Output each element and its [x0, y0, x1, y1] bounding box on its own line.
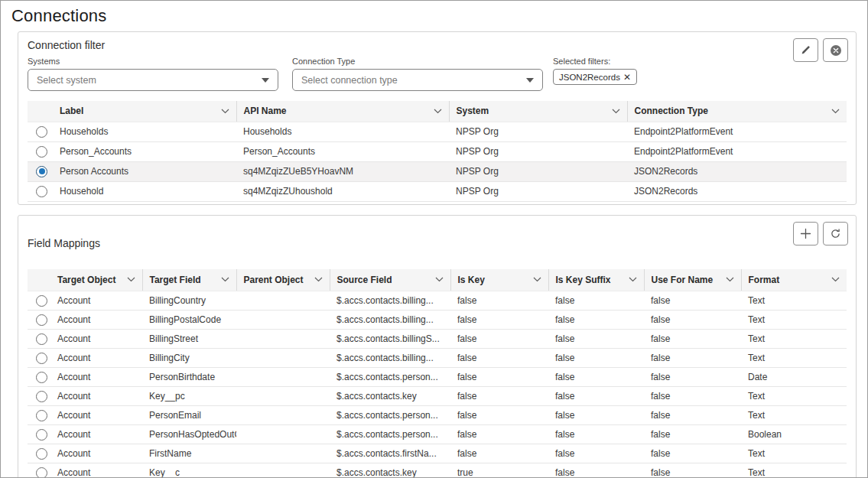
cell-is-key: false	[450, 406, 548, 425]
refresh-mappings-button[interactable]	[823, 222, 848, 246]
cell-is-key-suffix: false	[548, 349, 644, 368]
column-header-api-name[interactable]: API Name	[236, 101, 449, 122]
table-row[interactable]: Account PersonEmail $.accs.contacts.pers…	[28, 406, 847, 425]
systems-label: Systems	[28, 57, 278, 66]
table-row[interactable]: Person_Accounts Person_Accounts NPSP Org…	[28, 141, 847, 161]
row-radio-button[interactable]	[36, 391, 47, 402]
filter-card-actions	[793, 38, 848, 62]
chevron-down-icon[interactable]	[435, 277, 444, 282]
column-header-format[interactable]: Format	[741, 269, 847, 291]
cell-label: Households	[53, 122, 236, 141]
chevron-down-icon[interactable]	[314, 277, 323, 282]
connection-type-field: Connection Type Select connection type	[292, 57, 543, 91]
cell-target-field: BillingStreet	[142, 330, 236, 349]
table-row[interactable]: Households Households NPSP Org Endpoint2…	[28, 122, 847, 141]
connection-type-combobox[interactable]: Select connection type	[292, 69, 543, 91]
cell-source-field: $.accs.contacts.key	[330, 387, 450, 406]
column-header-is-key-suffix[interactable]: Is Key Suffix	[548, 269, 644, 291]
column-header-target-object[interactable]: Target Object	[50, 269, 142, 291]
edit-filter-button[interactable]	[793, 38, 818, 62]
cell-label: Person Accounts	[53, 161, 236, 181]
column-header-source-field[interactable]: Source Field	[330, 269, 450, 291]
table-row[interactable]: Account BillingCity $.accs.contacts.bill…	[28, 349, 847, 368]
filter-section-title: Connection filter	[28, 39, 847, 51]
chevron-down-icon[interactable]	[831, 277, 840, 282]
systems-combobox[interactable]: Select system	[28, 69, 278, 91]
cell-source-field: $.accs.contacts.person...	[330, 425, 450, 444]
cell-use-for-name: false	[644, 425, 741, 444]
filter-chip[interactable]: JSON2Records ✕	[553, 69, 637, 85]
cell-source-field: $.accs.contacts.billingS...	[330, 330, 450, 349]
connection-filter-card: Connection filter Systems Select system …	[18, 31, 857, 205]
column-header-use-for-name[interactable]: Use For Name	[644, 269, 741, 291]
chevron-down-icon[interactable]	[221, 277, 229, 282]
column-header-parent-object[interactable]: Parent Object	[236, 269, 330, 291]
cell-parent-object	[236, 444, 330, 463]
table-row[interactable]: Person Accounts sq4MZqizZUeB5YHoavNM NPS…	[28, 161, 847, 181]
chevron-down-icon[interactable]	[221, 109, 229, 114]
chevron-down-icon[interactable]	[629, 277, 637, 282]
chevron-down-icon[interactable]	[612, 109, 620, 114]
selected-filters-field: Selected filters: JSON2Records ✕	[553, 57, 637, 85]
cell-use-for-name: false	[644, 463, 741, 478]
column-header-target-field[interactable]: Target Field	[142, 269, 236, 291]
cell-target-object: Account	[50, 291, 142, 311]
cell-use-for-name: false	[644, 406, 741, 425]
cell-format: Text	[741, 406, 847, 425]
cell-use-for-name: false	[644, 444, 741, 463]
table-row[interactable]: Household sq4MZqizZUhoushold NPSP Org JS…	[28, 181, 847, 201]
cell-is-key: false	[450, 387, 548, 406]
table-row[interactable]: Account PersonHasOptedOutO... $.accs.con…	[28, 425, 847, 444]
cell-label: Household	[53, 181, 236, 201]
cell-connection-type: Endpoint2PlatformEvent	[627, 122, 847, 141]
row-radio-button[interactable]	[36, 372, 47, 383]
table-row[interactable]: Account FirstName $.accs.contacts.firstN…	[28, 444, 847, 463]
column-header-system[interactable]: System	[449, 101, 627, 122]
chevron-down-icon[interactable]	[127, 277, 135, 282]
table-row[interactable]: Account BillingStreet $.accs.contacts.bi…	[28, 330, 847, 349]
add-mapping-button[interactable]	[793, 222, 818, 246]
cell-connection-type: Endpoint2PlatformEvent	[627, 141, 847, 161]
row-radio-button[interactable]	[36, 314, 47, 326]
table-row[interactable]: Account PersonBirthdate $.accs.contacts.…	[28, 368, 847, 387]
row-radio-button[interactable]	[36, 353, 47, 364]
column-header-is-key[interactable]: Is Key	[450, 269, 548, 291]
cell-format: Text	[741, 444, 847, 463]
clear-filter-button[interactable]	[823, 38, 848, 62]
row-radio-button[interactable]	[36, 166, 47, 177]
cell-format: Text	[741, 349, 847, 368]
cell-is-key-suffix: false	[548, 311, 644, 330]
row-radio-button[interactable]	[36, 333, 47, 345]
row-radio-button[interactable]	[36, 429, 47, 441]
row-radio-button[interactable]	[36, 126, 47, 138]
table-row[interactable]: Account BillingPostalCode $.accs.contact…	[28, 311, 847, 330]
table-row[interactable]: Account Key__c $.accs.contacts.key true …	[28, 463, 847, 478]
cell-source-field: $.accs.contacts.firstNa...	[330, 444, 450, 463]
chevron-down-icon[interactable]	[831, 109, 840, 114]
radio-column-header	[28, 101, 53, 122]
chevron-down-icon[interactable]	[434, 109, 442, 114]
row-radio-button[interactable]	[36, 186, 47, 197]
cell-api-name: sq4MZqizZUeB5YHoavNM	[236, 161, 449, 181]
chevron-down-icon[interactable]	[533, 277, 541, 282]
chip-remove-icon[interactable]: ✕	[623, 73, 631, 82]
table-row[interactable]: Account Key__pc $.accs.contacts.key fals…	[28, 387, 847, 406]
cell-is-key: false	[450, 291, 548, 311]
row-radio-button[interactable]	[36, 295, 47, 307]
cell-target-field: BillingPostalCode	[142, 311, 236, 330]
chevron-down-icon[interactable]	[726, 277, 734, 282]
cell-format: Text	[741, 463, 847, 478]
row-radio-button[interactable]	[36, 146, 47, 158]
cell-use-for-name: false	[644, 311, 741, 330]
cell-is-key-suffix: false	[548, 291, 644, 311]
row-radio-button[interactable]	[36, 410, 47, 421]
mappings-table-body: Account BillingCountry $.accs.contacts.b…	[28, 291, 847, 478]
column-header-connection-type[interactable]: Connection Type	[627, 101, 847, 122]
column-header-label[interactable]: Label	[53, 101, 236, 122]
cell-parent-object	[236, 330, 330, 349]
table-row[interactable]: Account BillingCountry $.accs.contacts.b…	[28, 291, 847, 311]
cell-target-object: Account	[50, 463, 142, 478]
cell-format: Text	[741, 311, 847, 330]
row-radio-button[interactable]	[36, 448, 47, 460]
row-radio-button[interactable]	[36, 467, 47, 478]
